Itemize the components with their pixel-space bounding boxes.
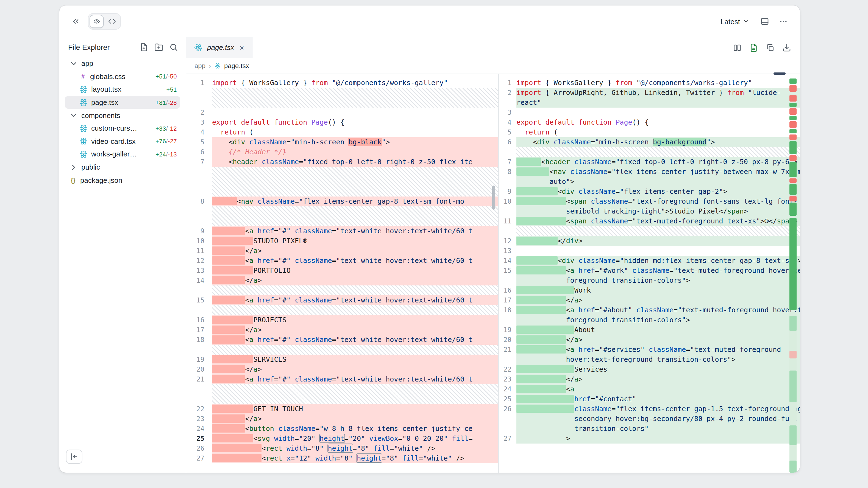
file-layout.tsx[interactable]: layout.tsx+51 (65, 83, 180, 96)
code-line-20[interactable]: 20 </a> (499, 335, 800, 345)
copy-code-button[interactable] (765, 43, 775, 52)
collapse-sidebar-button[interactable] (66, 450, 83, 464)
code-line-3[interactable]: 3 (499, 107, 800, 118)
code-line-4[interactable]: 4 return ( (186, 127, 498, 137)
code-line-17[interactable]: 17 </a> (499, 295, 800, 305)
code-line-19[interactable]: 19 SERVICES (186, 355, 498, 364)
code-line-8[interactable]: 8 <nav className="flex items-center gap-… (186, 197, 498, 206)
code-line-6[interactable]: 6 <div className="min-h-screen bg-backgr… (499, 137, 800, 147)
file-package.json[interactable]: {}package.json (65, 174, 180, 187)
split-view-button[interactable] (732, 43, 742, 52)
code-line-3[interactable]: 3export default function Page() { (186, 118, 498, 127)
code-line-7[interactable]: 7 <header className="fixed top-0 left-0 … (499, 157, 800, 167)
file-globals.css[interactable]: #globals.css+51/-50 (65, 70, 180, 83)
code-line-12[interactable]: 12 </div> (499, 236, 800, 246)
file-page.tsx[interactable]: page.tsx+81/-28 (65, 96, 180, 109)
more-options-button[interactable] (777, 15, 790, 28)
collapsed-unchanged-region (499, 147, 800, 157)
version-dropdown[interactable]: Latest (717, 17, 753, 26)
line-number: 7 (499, 157, 517, 167)
code-line-9[interactable]: 9 <a href="#" className="text-white hove… (186, 226, 498, 236)
code-line-24[interactable]: 24 <button className="w-8 h-8 flex items… (186, 424, 498, 434)
view-changes-button[interactable] (749, 43, 758, 52)
code-line-1[interactable]: 1import { WorksGallery } from "@/compone… (499, 78, 800, 88)
code-line-5[interactable]: 5 <div className="min-h-screen bg-black"… (186, 137, 498, 147)
code-line-2[interactable]: 2import { ArrowUpRight, Github, Linkedin… (499, 88, 800, 107)
tab-bar: page.tsx × (186, 37, 800, 58)
code-line-15[interactable]: 15 <a href="#" className="text-white hov… (186, 295, 498, 305)
file-custom-curs-[interactable]: custom-curs…+33/-12 (65, 122, 180, 135)
code-line-22[interactable]: 22 GET IN TOUCH (186, 404, 498, 414)
code-line-10[interactable]: 10 STUDIO PIXEL® (186, 236, 498, 246)
breadcrumb: app › page.tsx (186, 58, 800, 74)
code-line-2[interactable]: 2 (186, 107, 498, 118)
code-line-23[interactable]: 23 </a> (499, 375, 800, 384)
code-line-4[interactable]: 4export default function Page() { (499, 118, 800, 127)
minimap-mark (789, 95, 797, 102)
file-works-galler-[interactable]: works-galler…+24/-13 (65, 148, 180, 161)
code-line-26[interactable]: 26 <rect width="8" height="8" fill="whit… (186, 444, 498, 453)
code-line-27[interactable]: 27 > (499, 434, 800, 444)
folder-components[interactable]: components (65, 109, 180, 122)
code-line-16[interactable]: 16 PROJECTS (186, 315, 498, 325)
code-line-11[interactable]: 11 <span className="text-muted-foregroun… (499, 216, 800, 226)
download-button[interactable] (782, 43, 791, 52)
code-line-14[interactable]: 14 </a> (186, 275, 498, 286)
code-line-9[interactable]: 9 <div className="flex items-center gap-… (499, 187, 800, 197)
scrollbar-thumb[interactable] (492, 186, 495, 210)
code-line-14[interactable]: 14 <div className="hidden md:flex items-… (499, 256, 800, 266)
close-tab-icon[interactable]: × (239, 44, 245, 51)
preview-toggle-button[interactable] (90, 15, 104, 28)
new-file-button[interactable] (140, 43, 148, 52)
code-line-13[interactable]: 13 (499, 246, 800, 256)
search-files-button[interactable] (169, 43, 178, 52)
folder-app[interactable]: app (65, 57, 180, 70)
tab-page-tsx[interactable]: page.tsx × (186, 37, 253, 58)
code-line-25[interactable]: 25 href="#contact" (499, 394, 800, 404)
code-line-15[interactable]: 15 <a href="#work" className="text-muted… (499, 266, 800, 286)
code-line-12[interactable]: 12 <a href="#" className="text-white hov… (186, 256, 498, 266)
code-line-10[interactable]: 10 <span className="text-foreground font… (499, 197, 800, 216)
code-line-19[interactable]: 19 About (499, 325, 800, 335)
line-number: 27 (186, 453, 212, 463)
diff-minimap[interactable] (789, 76, 797, 469)
code-line-20[interactable]: 20 </a> (186, 364, 498, 375)
code-line-13[interactable]: 13 PORTFOLIO (186, 266, 498, 275)
code-line-23[interactable]: 23 </a> (186, 414, 498, 424)
line-number: 26 (499, 404, 517, 434)
code-toggle-button[interactable] (105, 15, 119, 28)
code-line-25[interactable]: 25 <svg width="20" height="20" viewBox="… (186, 434, 498, 444)
line-number: 10 (186, 236, 212, 246)
code-line-27[interactable]: 27 <rect x="12" width="8" height="8" fil… (186, 453, 498, 463)
file-label: works-galler… (91, 150, 137, 158)
breadcrumb-folder[interactable]: app (194, 62, 206, 70)
code-line-24[interactable]: 24 <a (499, 384, 800, 394)
code-line-21[interactable]: 21 <a href="#services" className="text-m… (499, 345, 800, 364)
line-number: 3 (186, 118, 212, 127)
code-line-5[interactable]: 5 return ( (499, 127, 800, 137)
line-number: 23 (186, 414, 212, 424)
breadcrumb-file[interactable]: page.tsx (224, 62, 249, 70)
code-line-6[interactable]: 6 {/* Header */} (186, 147, 498, 157)
code-line-11[interactable]: 11 </a> (186, 246, 498, 256)
code-line-17[interactable]: 17 </a> (186, 325, 498, 335)
code-line-18[interactable]: 18 <a href="#about" className="text-mute… (499, 305, 800, 325)
code-line-22[interactable]: 22 Services (499, 364, 800, 375)
view-mode-toggle (88, 13, 121, 30)
code-line-8[interactable]: 8 <nav className="flex items-center just… (499, 167, 800, 187)
file-video-card.tsx[interactable]: video-card.tsx+76/-27 (65, 135, 180, 148)
file-label: layout.tsx (91, 85, 121, 94)
eye-icon (93, 17, 100, 26)
code-line-7[interactable]: 7 <header className="fixed top-0 left-0 … (186, 157, 498, 167)
line-number: 13 (499, 246, 517, 256)
code-line-1[interactable]: 1import { WorksGallery } from "@/compone… (186, 78, 498, 88)
line-number (186, 286, 212, 295)
code-line-18[interactable]: 18 <a href="#" className="text-white hov… (186, 335, 498, 345)
code-line-16[interactable]: 16 Work (499, 286, 800, 295)
layout-panel-button[interactable] (758, 15, 771, 28)
collapse-panel-button[interactable] (69, 15, 83, 28)
folder-public[interactable]: public (65, 161, 180, 174)
code-line-21[interactable]: 21 <a href="#" className="text-white hov… (186, 375, 498, 384)
code-line-26[interactable]: 26 className="flex items-center gap-1.5 … (499, 404, 800, 434)
new-folder-button[interactable] (154, 43, 163, 52)
